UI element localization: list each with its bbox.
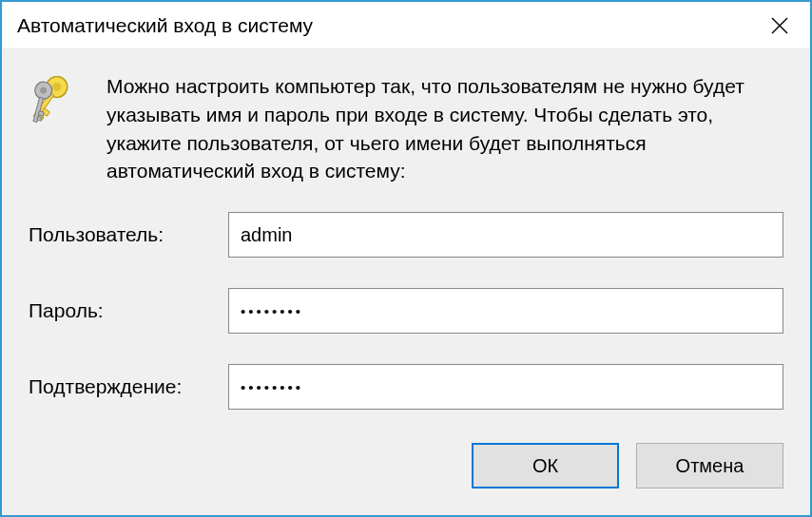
keys-icon <box>29 76 86 143</box>
dialog-body: Можно настроить компьютер так, что польз… <box>2 49 810 515</box>
password-label: Пароль: <box>29 299 228 322</box>
titlebar: Автоматический вход в систему <box>2 2 810 49</box>
close-icon <box>771 17 788 34</box>
button-row: ОК Отмена <box>29 443 783 496</box>
svg-rect-10 <box>38 111 44 116</box>
cancel-button[interactable]: Отмена <box>636 443 783 488</box>
dialog-title: Автоматический вход в систему <box>17 14 313 37</box>
ok-button[interactable]: ОК <box>472 443 619 488</box>
intro-section: Можно настроить компьютер так, что польз… <box>29 72 783 185</box>
auto-login-dialog: Автоматический вход в систему <box>0 0 812 517</box>
username-row: Пользователь: <box>29 212 783 258</box>
password-row: Пароль: <box>29 288 783 334</box>
username-input[interactable] <box>228 212 783 258</box>
password-input[interactable] <box>228 288 783 334</box>
confirm-input[interactable] <box>228 364 783 410</box>
form: Пользователь: Пароль: Подтверждение: <box>29 212 783 410</box>
svg-rect-11 <box>37 117 42 121</box>
username-label: Пользователь: <box>29 223 228 246</box>
dialog-description: Можно настроить компьютер так, что польз… <box>106 72 783 185</box>
close-button[interactable] <box>761 9 799 43</box>
confirm-row: Подтверждение: <box>29 364 783 410</box>
confirm-label: Подтверждение: <box>29 375 228 398</box>
